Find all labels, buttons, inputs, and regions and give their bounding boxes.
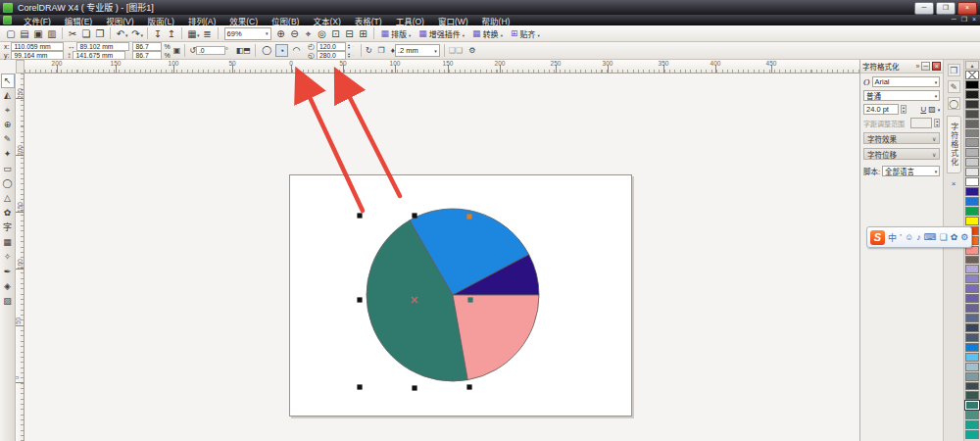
font-style-combo[interactable]: 普通 ▾ <box>863 90 940 101</box>
underline-icon[interactable]: U <box>920 105 926 114</box>
color-swatch-21[interactable] <box>965 274 979 283</box>
smart-fill-tool[interactable]: ✦ <box>1 147 15 162</box>
color-swatch-6[interactable] <box>965 129 979 138</box>
menu-item-0[interactable]: 文件(F) <box>17 15 58 26</box>
copy-icon[interactable]: ❏ <box>79 26 93 41</box>
zoom-selected-icon[interactable]: ⌖ <box>302 26 316 41</box>
color-swatch-13[interactable] <box>965 197 979 206</box>
arc-button[interactable]: ◠ <box>290 44 303 57</box>
lock-ratio-icon[interactable]: ▣ <box>173 46 181 55</box>
color-swatch-7[interactable] <box>965 138 979 147</box>
docker-page-icon[interactable]: ❐ <box>948 64 960 76</box>
menu-item-5[interactable]: 效果(C) <box>222 15 265 26</box>
color-swatch-24[interactable] <box>965 304 979 313</box>
fill-tool[interactable]: ◈ <box>1 279 15 294</box>
chinese-mode-icon[interactable]: 中 <box>888 231 897 244</box>
zoom-width-icon[interactable]: ⊟ <box>343 26 357 41</box>
rotation-angle-field[interactable]: .0 <box>196 46 225 55</box>
table-tool[interactable]: ▦ <box>1 235 15 250</box>
ellipse-button[interactable]: ◯ <box>261 44 273 57</box>
font-size-field[interactable]: 24.0 pt <box>863 104 899 115</box>
freehand-tool[interactable]: ✎ <box>1 132 15 147</box>
color-swatch-34[interactable] <box>965 401 979 410</box>
font-size-spinner[interactable]: ▴▾ <box>901 105 906 114</box>
outline-pen-tool[interactable]: ✒ <box>1 265 15 279</box>
color-swatch-33[interactable] <box>965 391 979 400</box>
color-swatch-28[interactable] <box>965 343 979 352</box>
undo-caret-icon[interactable]: ▾ <box>125 32 128 38</box>
app-launcher-caret-icon[interactable]: ▾ <box>197 32 200 38</box>
export-icon[interactable]: ↥ <box>165 26 178 41</box>
color-swatch-31[interactable] <box>965 372 979 381</box>
menu-item-4[interactable]: 排列(A) <box>181 15 222 26</box>
ruler-origin-button[interactable] <box>16 60 24 74</box>
end-angle-spinner[interactable]: ▴▾ <box>348 52 350 59</box>
zoom-in-icon[interactable]: ⊕ <box>274 26 288 41</box>
zoom-page-icon[interactable]: ⊡ <box>329 26 343 41</box>
soft-keyboard-icon[interactable]: ⌨ <box>924 232 937 242</box>
end-angle-field[interactable]: 280.0 <box>317 51 346 60</box>
color-swatch-32[interactable] <box>965 382 979 391</box>
shape-tool[interactable]: ◭ <box>1 88 15 103</box>
crop-tool[interactable]: ⌖ <box>1 103 15 118</box>
font-family-combo[interactable]: Arial ▾ <box>872 76 941 87</box>
start-angle-field[interactable]: 120.0 <box>317 42 346 51</box>
order-button[interactable]: ❐ <box>378 46 385 55</box>
eyedropper-tool[interactable]: ✧ <box>1 250 15 265</box>
color-swatch-36[interactable] <box>965 420 979 429</box>
zoom-level-combo[interactable]: 69% ▾ <box>224 27 271 40</box>
docker-close-button[interactable]: × <box>932 62 941 71</box>
interactive-fill-tool[interactable]: ▨ <box>1 294 15 309</box>
script-combo[interactable]: 全部语言 ▾ <box>882 166 940 176</box>
no-color-swatch[interactable] <box>965 71 979 79</box>
color-swatch-14[interactable] <box>965 207 979 216</box>
color-swatch-8[interactable] <box>965 148 979 157</box>
open-icon[interactable]: ▤ <box>18 26 31 41</box>
color-swatch-22[interactable] <box>965 284 979 293</box>
color-swatch-4[interactable] <box>965 110 979 119</box>
voice-icon[interactable]: ♪ <box>916 232 921 242</box>
ellipse-tool[interactable]: ◯ <box>1 176 15 191</box>
welcome-screen-icon[interactable]: ≣ <box>201 26 215 41</box>
enhanced-plugins-button[interactable]: ▦增强插件▾ <box>418 28 465 39</box>
color-swatch-5[interactable] <box>965 120 979 128</box>
color-swatch-3[interactable] <box>965 100 979 109</box>
color-swatch-27[interactable] <box>965 333 979 342</box>
menu-item-1[interactable]: 编辑(E) <box>58 15 99 26</box>
color-swatch-12[interactable] <box>965 187 979 196</box>
toolbox-icon[interactable]: ⚙ <box>960 232 968 242</box>
vertical-ruler[interactable]: 250200150100500 <box>16 74 24 441</box>
emoji-icon[interactable]: ☺ <box>905 232 913 242</box>
mirror-horizontal-button[interactable]: ◧ <box>236 46 244 55</box>
text-tool[interactable]: 字 <box>1 220 15 235</box>
menu-item-7[interactable]: 文本(X) <box>306 15 347 26</box>
change-direction-button[interactable]: ↻ <box>366 46 372 55</box>
save-icon[interactable]: ▣ <box>31 26 45 41</box>
color-swatch-25[interactable] <box>965 314 979 322</box>
punctuation-icon[interactable]: ’ <box>900 232 902 242</box>
character-shift-section[interactable]: 字符位移 ∨ <box>863 148 940 160</box>
wrap-text-alt-button[interactable]: ❏ <box>456 46 463 55</box>
object-y-field[interactable]: 99.164 mm <box>11 51 64 60</box>
outline-width-combo[interactable]: .2 mm ▾ <box>395 44 440 57</box>
import-icon[interactable]: ↧ <box>151 26 165 41</box>
menu-item-2[interactable]: 视图(V) <box>99 15 140 26</box>
drawing-page[interactable] <box>289 174 632 416</box>
color-swatch-30[interactable] <box>965 363 979 371</box>
wrap-text-button[interactable]: ❏ <box>449 46 456 55</box>
cut-icon[interactable]: ✂ <box>66 26 79 41</box>
color-swatch-35[interactable] <box>965 411 979 419</box>
redo-caret-icon[interactable]: ▾ <box>141 32 144 38</box>
close-button[interactable]: × <box>957 2 977 15</box>
convert-button[interactable]: ▦转换▾ <box>472 28 503 39</box>
scale-v-field[interactable]: 86.7 <box>132 51 162 60</box>
color-swatch-19[interactable] <box>965 256 979 265</box>
color-swatch-20[interactable] <box>965 265 979 273</box>
print-icon[interactable]: ▥ <box>45 26 59 41</box>
clipboard-icon[interactable]: ❏ <box>940 232 948 242</box>
layout-button[interactable]: ▦排版▾ <box>381 28 412 39</box>
basic-shapes-tool[interactable]: ✿ <box>1 206 15 220</box>
docker-edit-icon[interactable]: ✎ <box>948 80 960 93</box>
doc-restore-button[interactable]: ❐ <box>961 16 967 24</box>
color-swatch-1[interactable] <box>965 80 979 89</box>
